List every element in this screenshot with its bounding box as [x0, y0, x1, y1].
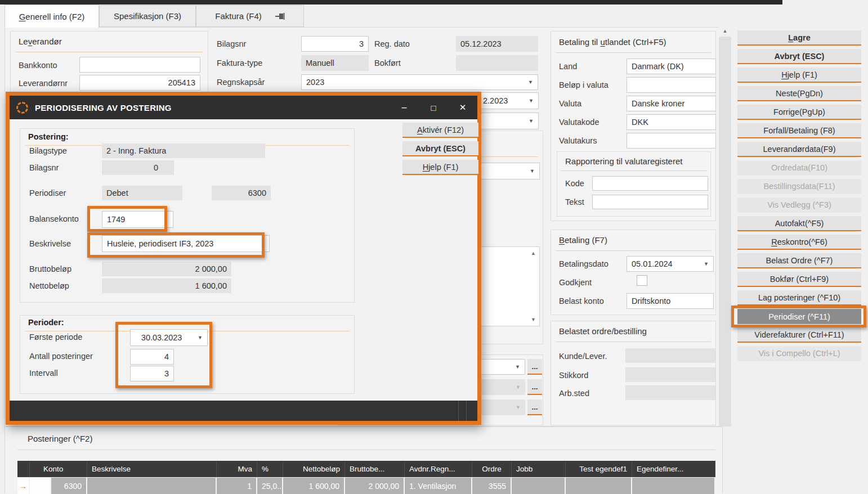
column-header-[interactable]: %: [257, 461, 283, 477]
chevron-down-icon: ▼: [525, 79, 533, 85]
bilagstype-field: 2 - Inng. Faktura: [102, 143, 265, 158]
scroll-down-icon[interactable]: ▼: [531, 317, 536, 322]
sidebar-button-belast-ordre-f7[interactable]: Belast Ordre (^F7): [737, 253, 861, 268]
sidebar-button-bokf-r-ctrl-f9[interactable]: Bokfør (Ctrl+F9): [737, 272, 861, 287]
arbsted-field: [625, 385, 715, 400]
perioder-group: Perioder: Første periode 30.03.2023▼ Ant…: [20, 315, 355, 394]
foreign-payment-title: Betaling til utlandet (Ctrl+F5): [559, 37, 666, 47]
kode-input[interactable]: [592, 176, 708, 191]
cell-mva[interactable]: 1: [217, 478, 257, 494]
application-window: Generell info (F2) Spesifikasjon (F3) Fa…: [0, 0, 868, 494]
browse-button-1[interactable]: ...: [527, 359, 542, 375]
forste-periode-combo[interactable]: 30.03.2023▼: [130, 329, 208, 346]
sidebar-button-bestillingsdata-f11: Bestillingsdata(F11): [737, 179, 861, 194]
dialog-button-hjelp-f1[interactable]: Hjelp (F1): [402, 160, 478, 175]
column-header-egendefiner[interactable]: Egendefiner...: [632, 461, 715, 477]
sidebar-button-viderefakturer-ctrl-f11[interactable]: Viderefakturer (Ctrl+F11): [737, 327, 861, 343]
cell-pct[interactable]: 25,0...: [257, 478, 283, 494]
intervall-input[interactable]: 3: [130, 366, 174, 381]
regdato-field: 05.12.2023: [456, 36, 538, 52]
sidebar-button-avbryt-esc[interactable]: Avbryt (ESC): [737, 49, 861, 64]
balansekonto-combo[interactable]: 1749▼: [102, 211, 173, 228]
column-header-test-egendef1[interactable]: Test egendef1: [566, 461, 632, 477]
sidebar-button-lagre[interactable]: Lagre: [737, 30, 861, 46]
sidebar-button-neste-pgdn[interactable]: Neste(PgDn): [737, 86, 861, 101]
scroll-up-icon[interactable]: ▲: [719, 25, 731, 37]
pin-icon[interactable]: [275, 12, 285, 20]
antall-posteringer-input[interactable]: 4: [130, 349, 174, 365]
sidebar-button-periodiser-f11[interactable]: Periodiser (^F11): [737, 309, 861, 324]
cell-konto[interactable]: 6300: [51, 478, 87, 494]
sidebar-button-lag-posteringer-f10[interactable]: Lag posteringer (^F10): [737, 290, 861, 306]
column-header-ordre[interactable]: Ordre: [472, 461, 512, 477]
sidebar-button-reskontro-f6[interactable]: Reskontro(^F6): [737, 235, 861, 250]
cell-jobb[interactable]: [512, 478, 566, 494]
maximize-icon[interactable]: □: [419, 103, 448, 113]
row-selector[interactable]: [30, 478, 51, 494]
valutakode-input[interactable]: DKK: [627, 114, 716, 130]
tab-faktura[interactable]: Faktura (F4): [196, 5, 304, 27]
chevron-down-icon: ▼: [160, 217, 168, 222]
column-header-beskrivelse[interactable]: Beskrivelse: [87, 461, 217, 477]
cell-nettobelop[interactable]: 1 600,00: [283, 478, 345, 494]
dialog-titlebar[interactable]: PERIODISERING AV POSTERING – □ ✕: [10, 96, 477, 119]
sidebar-button-leverand-rdata-f9[interactable]: Leverandørdata(F9): [737, 142, 861, 157]
column-header-mva[interactable]: Mva: [217, 461, 257, 477]
belast-konto-label: Belast konto: [559, 297, 604, 306]
dialog-bilagsnr-label: Bilagsnr: [29, 163, 59, 172]
periodiser-konto-field: 6300: [212, 186, 271, 200]
beskrivelse-input[interactable]: Husleie, periodisert IF3, 2023: [102, 235, 270, 252]
bankkonto-input[interactable]: [79, 57, 200, 73]
tekst-input[interactable]: [592, 195, 708, 209]
leverandornr-input[interactable]: 205413: [79, 75, 200, 91]
sidebar-button-hjelp-f1[interactable]: Hjelp (F1): [737, 68, 861, 83]
cell-egendefinert[interactable]: [632, 478, 715, 494]
column-header-nettobel-p[interactable]: Nettobeløp: [283, 461, 345, 477]
row-arrow-icon[interactable]: →: [17, 478, 30, 494]
column-header-avdnr-regn[interactable]: Avdnr.Regn...: [405, 461, 472, 477]
cell-avdnr[interactable]: 1. Ventilasjon: [405, 478, 472, 494]
godkjent-label: Godkjent: [559, 278, 592, 287]
stikkord-field: [625, 367, 715, 382]
betalingsdato-combo[interactable]: 05.01.2024▼: [627, 256, 714, 272]
godkjent-checkbox[interactable]: [637, 275, 647, 286]
belop-valuta-input[interactable]: [627, 77, 716, 93]
column-header-jobb[interactable]: Jobb: [512, 461, 566, 477]
regnskapsar-combo[interactable]: 2023▼: [301, 74, 538, 90]
bilagsnr-input[interactable]: 3: [301, 36, 369, 52]
dialog-button-aktiv-r-f12[interactable]: Aktivér (F12): [402, 123, 478, 138]
tab-spesifikasjon[interactable]: Spesifikasjon (F3): [99, 5, 196, 27]
vertical-scrollbar[interactable]: ▲: [719, 25, 731, 426]
dialog-title: PERIODISERING AV POSTERING: [35, 103, 172, 113]
land-input[interactable]: Danmark (DK): [627, 59, 716, 74]
dialog-button-avbryt-esc[interactable]: Avbryt (ESC): [402, 141, 478, 156]
scroll-up-icon[interactable]: ▲: [531, 250, 536, 256]
cell-beskrivelse[interactable]: [87, 478, 217, 494]
minimize-icon[interactable]: –: [390, 102, 419, 113]
supplier-group-title: Leverandør: [19, 37, 62, 46]
browse-button-2[interactable]: ...: [527, 379, 542, 395]
tekst-label: Tekst: [565, 197, 584, 206]
valutakurs-input[interactable]: [627, 133, 716, 149]
cell-bruttobelop[interactable]: 2 000,00: [345, 478, 405, 494]
close-icon[interactable]: ✕: [448, 102, 477, 113]
cell-test-egendef1[interactable]: [566, 478, 632, 494]
browse-button-3[interactable]: ...: [527, 399, 542, 415]
chevron-down-icon: ▼: [525, 98, 534, 104]
postings-table-row[interactable]: →6300125,0...1 600,002 000,001. Ventilas…: [17, 478, 715, 494]
column-header-konto[interactable]: Konto: [30, 461, 87, 477]
belast-konto-input[interactable]: Driftskonto: [627, 293, 714, 309]
bruttobelop-label: Bruttobeløp: [29, 264, 71, 273]
column-header-selector[interactable]: [17, 461, 30, 477]
column-header-bruttobe[interactable]: Bruttobe...: [345, 461, 405, 477]
chevron-down-icon: ▼: [512, 405, 521, 410]
payment-title: Betaling (F7): [559, 235, 607, 245]
nettobelop-field: 1 600,00: [102, 279, 231, 293]
app-logo-icon: [16, 102, 28, 114]
cell-ordre[interactable]: 3555: [472, 478, 512, 494]
valuta-input[interactable]: Danske kroner: [627, 96, 716, 111]
tab-generell-info[interactable]: Generell info (F2): [5, 5, 99, 28]
sidebar-button-forfall-betaling-f8[interactable]: Forfall/Betaling (F8): [737, 123, 861, 138]
sidebar-button-autofakt-f5[interactable]: Autofakt(^F5): [737, 216, 861, 231]
sidebar-button-forrige-pgup[interactable]: Forrige(PgUp): [737, 105, 861, 120]
